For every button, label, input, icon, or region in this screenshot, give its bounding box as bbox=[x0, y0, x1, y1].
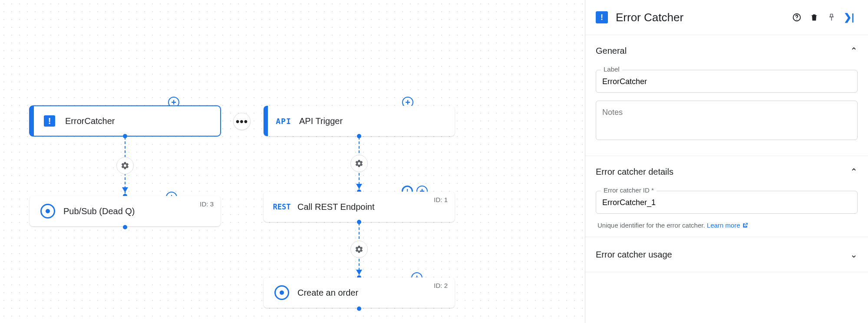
canvas[interactable]: + ! ErrorCatcher ••• + Pub/Sub (Dead Q) … bbox=[0, 0, 585, 323]
section-header-details[interactable]: Error catcher details ⌃ bbox=[596, 164, 858, 183]
rest-icon: REST bbox=[272, 197, 291, 216]
pin-icon[interactable] bbox=[823, 9, 840, 26]
field-label: Error catcher ID * bbox=[601, 186, 657, 194]
api-icon: API bbox=[274, 111, 293, 131]
section-header-general[interactable]: General ⌃ bbox=[596, 43, 858, 62]
node-accent bbox=[30, 106, 34, 136]
connector-arrow bbox=[122, 187, 128, 192]
panel-title: Error Catcher bbox=[616, 11, 788, 24]
label-input[interactable] bbox=[602, 77, 851, 86]
node-more-button[interactable]: ••• bbox=[233, 113, 251, 130]
delete-icon[interactable] bbox=[805, 9, 823, 26]
error-catcher-id-field: Error catcher ID * bbox=[596, 191, 858, 214]
node-id: ID: 3 bbox=[200, 200, 214, 208]
helper-text: Unique identifier for the error catcher.… bbox=[597, 222, 856, 229]
section-title: General bbox=[596, 46, 627, 56]
pubsub-icon bbox=[38, 202, 57, 221]
collapse-panel-icon[interactable]: ❯| bbox=[840, 9, 858, 26]
node-id: ID: 2 bbox=[434, 282, 448, 289]
connector-arrow bbox=[356, 184, 362, 189]
section-header-usage[interactable]: Error catcher usage ⌄ bbox=[596, 245, 858, 264]
node-create-order[interactable]: Create an order ID: 2 bbox=[264, 277, 455, 308]
node-error-catcher[interactable]: ! ErrorCatcher bbox=[30, 106, 221, 136]
connector-arrow bbox=[356, 270, 362, 275]
node-id: ID: 1 bbox=[434, 196, 448, 203]
help-icon[interactable] bbox=[788, 9, 805, 26]
node-label: API Trigger bbox=[299, 116, 447, 126]
notes-input[interactable] bbox=[602, 108, 851, 131]
edge-settings-button[interactable] bbox=[350, 155, 368, 172]
node-label: Call REST Endpoint bbox=[297, 202, 447, 212]
connector-icon bbox=[272, 283, 291, 302]
chevron-up-icon: ⌃ bbox=[850, 166, 858, 177]
error-catcher-id-input[interactable] bbox=[602, 198, 851, 207]
connector-dot bbox=[123, 225, 127, 229]
notes-field bbox=[596, 101, 858, 140]
error-icon: ! bbox=[40, 111, 59, 131]
section-title: Error catcher details bbox=[596, 167, 673, 177]
node-api-trigger[interactable]: API API Trigger bbox=[264, 106, 455, 136]
section-usage: Error catcher usage ⌄ bbox=[585, 237, 868, 272]
node-pubsub[interactable]: Pub/Sub (Dead Q) ID: 3 bbox=[30, 196, 221, 226]
label-field: Label bbox=[596, 70, 858, 93]
edge-settings-button[interactable] bbox=[116, 157, 134, 174]
section-title: Error catcher usage bbox=[596, 250, 672, 260]
node-label: ErrorCatcher bbox=[65, 116, 213, 126]
node-rest[interactable]: REST Call REST Endpoint ID: 1 bbox=[264, 192, 455, 222]
chevron-up-icon: ⌃ bbox=[850, 46, 858, 56]
section-general: General ⌃ Label bbox=[585, 35, 868, 156]
learn-more-link[interactable]: Learn more bbox=[707, 222, 748, 229]
connector-dot bbox=[357, 307, 361, 311]
field-label: Label bbox=[601, 65, 622, 73]
node-accent bbox=[264, 106, 268, 136]
edge-settings-button[interactable] bbox=[350, 241, 368, 258]
details-panel: ! Error Catcher ❯| General ⌃ Label bbox=[585, 0, 868, 323]
node-label: Pub/Sub (Dead Q) bbox=[63, 206, 213, 216]
node-label: Create an order bbox=[297, 288, 447, 298]
svg-point-1 bbox=[796, 19, 797, 20]
chevron-down-icon: ⌄ bbox=[850, 249, 858, 260]
panel-header: ! Error Catcher ❯| bbox=[585, 0, 868, 35]
section-details: Error catcher details ⌃ Error catcher ID… bbox=[585, 156, 868, 237]
error-icon: ! bbox=[596, 11, 608, 23]
